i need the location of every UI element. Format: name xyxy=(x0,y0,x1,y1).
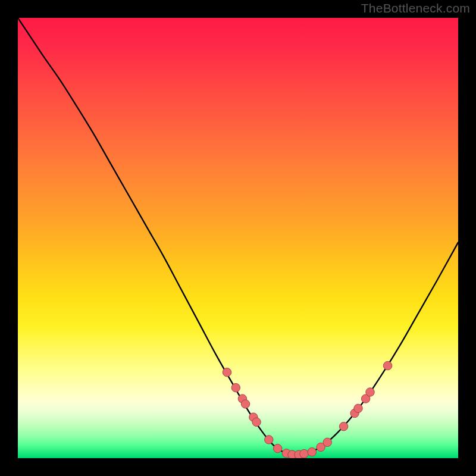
attribution-label: TheBottleneck.com xyxy=(361,1,470,15)
curve-marker xyxy=(308,447,316,456)
chart-frame: TheBottleneck.com xyxy=(0,0,476,476)
curve-marker xyxy=(339,422,347,431)
curve-marker xyxy=(223,368,231,377)
curve-marker xyxy=(241,400,249,408)
curve-marker xyxy=(366,388,374,396)
curve-svg xyxy=(18,18,458,458)
curve-marker xyxy=(265,436,273,444)
curve-marker xyxy=(323,438,331,446)
curve-marker xyxy=(231,383,240,392)
curve-marker xyxy=(383,361,392,369)
plot-area xyxy=(18,18,458,458)
curve-marker xyxy=(273,444,281,453)
curve-marker xyxy=(300,449,308,458)
curve-marker xyxy=(354,404,362,412)
curve-marker xyxy=(252,418,261,426)
